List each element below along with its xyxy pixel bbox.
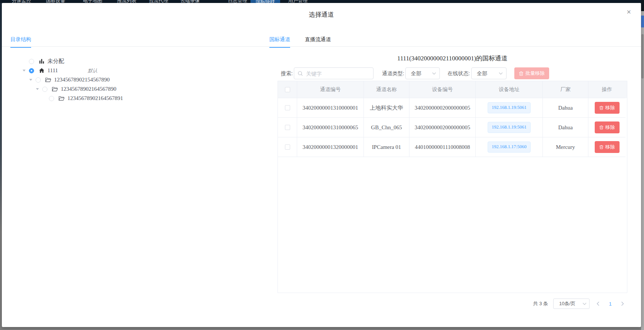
tab-gb-channel[interactable]: 国标通道 <box>269 36 290 48</box>
page-size-select[interactable]: 10条/页 <box>553 299 590 309</box>
cell-channel-name: GB_Chn_065 <box>364 118 409 137</box>
cell-device-address: 192.168.1.17:5060 <box>476 137 543 157</box>
search-label: 搜索: <box>281 67 293 79</box>
remove-button-label: 移除 <box>605 124 615 131</box>
folder-icon <box>52 86 58 92</box>
directory-tree: 未分配1111默认1234567890215456789012345678902… <box>2 57 261 103</box>
nav-item-2[interactable]: 电子地图 <box>83 0 102 3</box>
cell-channel-id-text: 34020000001310000065 <box>303 124 358 131</box>
tab-live-stream-channel[interactable]: 直播流通道 <box>305 36 331 47</box>
cell-device-id: 34020000002000000005 <box>409 98 476 118</box>
header-vendor: 厂家 <box>543 81 588 98</box>
tree-node[interactable]: 12345678902164567891 <box>2 94 261 103</box>
page-size-value: 10条/页 <box>554 299 581 309</box>
tree-node[interactable]: 12345678902164567890 <box>2 84 261 94</box>
cell-channel-id: 34020000001320000001 <box>297 137 364 157</box>
address-tag: 192.168.1.19:5061 <box>488 102 531 113</box>
cell-device-id-text: 44010000001110008008 <box>415 144 470 150</box>
trash-icon <box>599 145 604 149</box>
online-status-label: 在线状态: <box>448 67 470 79</box>
row-checkbox[interactable] <box>285 144 290 150</box>
close-icon[interactable]: × <box>625 8 633 16</box>
radio-unchecked[interactable] <box>49 96 54 101</box>
online-status-select[interactable]: 全部 <box>471 67 507 79</box>
scrollbar-thumb[interactable] <box>641 34 644 79</box>
caret-down-icon[interactable] <box>35 88 40 90</box>
cell-channel-id-text: 34020000001310000001 <box>303 105 358 111</box>
cell-select <box>278 118 297 137</box>
nav-item-label: 用户管理 <box>288 0 308 3</box>
filter-bar: 搜索: 通道类型: 全部 在线状态: 全部 批量移除 <box>2 67 641 79</box>
nav-item-7[interactable]: 国标级联 <box>250 0 280 3</box>
radio-unchecked[interactable] <box>29 59 34 64</box>
radio-unchecked[interactable] <box>42 87 47 92</box>
cell-channel-id-text: 34020000001320000001 <box>303 144 358 150</box>
nav-item-3[interactable]: 推流列表 <box>117 0 136 3</box>
screen: 分屏监控国标设备电子地图推流列表拉流代理云端录像日志管理国标级联用户管理 选择通… <box>0 0 644 330</box>
search-icon <box>298 71 303 76</box>
cell-channel-name: 上地科实大华 <box>364 98 409 118</box>
remove-button-label: 移除 <box>605 104 615 111</box>
cell-device-id-text: 34020000002000000005 <box>415 124 470 131</box>
nav-item-label: 日志管理 <box>228 0 247 3</box>
trash-icon <box>519 71 524 76</box>
trash-icon <box>599 106 604 110</box>
batch-remove-button[interactable]: 批量移除 <box>514 67 549 79</box>
header-action: 操作 <box>588 81 625 98</box>
address-tag: 192.168.1.17:5060 <box>488 141 531 153</box>
cell-device-address: 192.168.1.19:5061 <box>476 98 543 118</box>
cell-device-id-text: 34020000002000000005 <box>415 105 470 111</box>
header-select-all <box>278 81 297 98</box>
tree-node-label[interactable]: 未分配 <box>47 58 64 65</box>
header-device-address: 设备地址 <box>476 81 543 98</box>
chevron-down-icon <box>432 72 436 75</box>
pagination: 共 3 条 10条/页 1 <box>278 299 627 309</box>
nav-item-1[interactable]: 国标设备 <box>46 0 65 3</box>
nav-item-6[interactable]: 日志管理 <box>228 0 247 3</box>
tree-node-label[interactable]: 12345678902164567891 <box>67 95 123 101</box>
page-scrollbar[interactable] <box>641 0 644 330</box>
cell-vendor: Dahua <box>543 118 588 137</box>
nav-item-label: 国标级联 <box>256 0 275 3</box>
search-input[interactable] <box>305 68 372 80</box>
next-page-icon[interactable] <box>619 299 626 309</box>
tree-node-label[interactable]: 12345678902164567890 <box>61 86 116 92</box>
chart-icon <box>39 59 44 64</box>
cell-channel-name-text: GB_Chn_065 <box>371 124 402 131</box>
cell-select <box>278 137 297 157</box>
page-number-1[interactable]: 1 <box>607 301 614 307</box>
remove-button-label: 移除 <box>605 144 615 150</box>
channel-type-select[interactable]: 全部 <box>405 67 440 79</box>
cell-action: 移除 <box>588 137 625 157</box>
tree-node[interactable]: 未分配 <box>2 57 261 66</box>
scrollbar-top-segment <box>641 0 644 11</box>
row-checkbox[interactable] <box>285 105 290 110</box>
cell-vendor-text: Dahua <box>558 124 572 131</box>
table-row: 34020000001320000001IPCamera 01440100000… <box>278 137 627 157</box>
cell-vendor-text: Dahua <box>558 105 572 111</box>
row-checkbox[interactable] <box>285 125 290 130</box>
channel-section-title: 1111(34020000002110000001)的国标通道 <box>278 54 627 63</box>
header-channel-name: 通道名称 <box>364 81 409 98</box>
nav-item-8[interactable]: 用户管理 <box>288 0 308 3</box>
select-channel-dialog: 选择通道 × 目录结构 国标通道 直播流通道 未分配1111默认12345678… <box>2 3 641 327</box>
batch-remove-label: 批量移除 <box>525 70 545 77</box>
address-tag: 192.168.1.19:5061 <box>488 122 531 133</box>
select-all-checkbox[interactable] <box>285 87 290 92</box>
nav-item-label: 国标设备 <box>46 0 65 3</box>
cell-channel-name-text: 上地科实大华 <box>370 104 403 111</box>
cell-channel-name: IPCamera 01 <box>364 137 409 157</box>
cell-device-id: 44010000001110008008 <box>409 137 476 157</box>
nav-item-5[interactable]: 云端录像 <box>180 0 200 3</box>
online-status-value: 全部 <box>477 68 487 79</box>
search-input-wrapper <box>294 67 374 79</box>
prev-page-icon[interactable] <box>595 299 601 309</box>
cell-channel-id: 34020000001310000001 <box>297 98 364 118</box>
cell-vendor-text: Mercury <box>556 144 575 150</box>
remove-button[interactable]: 移除 <box>595 141 620 153</box>
nav-item-0[interactable]: 分屏监控 <box>12 0 31 3</box>
nav-item-4[interactable]: 拉流代理 <box>149 0 168 3</box>
tab-directory-structure[interactable]: 目录结构 <box>10 36 31 48</box>
remove-button[interactable]: 移除 <box>595 102 620 114</box>
remove-button[interactable]: 移除 <box>595 121 620 133</box>
